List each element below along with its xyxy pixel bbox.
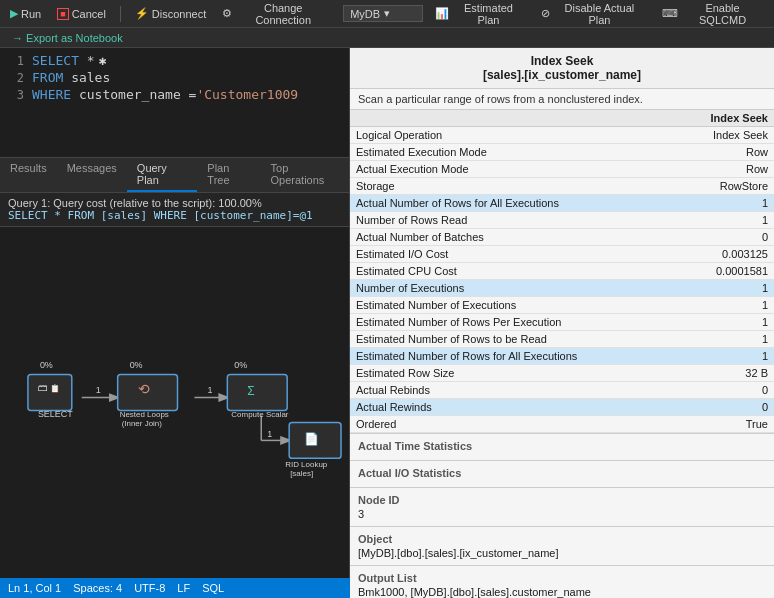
property-row: Actual Number of Batches0 (350, 229, 774, 246)
property-row: Estimated CPU Cost0.0001581 (350, 263, 774, 280)
property-section: Actual Time Statistics (350, 433, 774, 460)
run-button[interactable]: ▶ Run (6, 5, 45, 22)
encoding-label: UTF-8 (134, 582, 165, 594)
cursor-position: Ln 1, Col 1 (8, 582, 61, 594)
code-line-3: 3 WHERE customer_name = 'Customer1009 (0, 86, 349, 103)
change-connection-icon: ⚙ (222, 7, 232, 20)
svg-text:⟲: ⟲ (138, 381, 150, 397)
svg-text:SELECT: SELECT (38, 409, 73, 419)
property-section: Actual I/O Statistics (350, 460, 774, 487)
eol-label: LF (177, 582, 190, 594)
chevron-down-icon: ▾ (384, 7, 390, 20)
svg-text:Compute Scalar: Compute Scalar (231, 410, 288, 419)
svg-text:0%: 0% (130, 360, 143, 370)
svg-text:1: 1 (267, 429, 272, 439)
query-sql-line: SELECT * FROM [sales] WHERE [customer_na… (8, 209, 341, 222)
property-row: Actual Rewinds0 (350, 399, 774, 416)
property-section: Output ListBmk1000, [MyDB].[dbo].[sales]… (350, 565, 774, 598)
tab-query-plan[interactable]: Query Plan (127, 158, 198, 192)
property-row: Estimated I/O Cost0.003125 (350, 246, 774, 263)
query-info: Query 1: Query cost (relative to the scr… (0, 193, 349, 227)
estimated-plan-button[interactable]: 📊 Estimated Plan (431, 0, 529, 28)
query-cost-line: Query 1: Query cost (relative to the scr… (8, 197, 341, 209)
result-tabs: Results Messages Query Plan Plan Tree To… (0, 158, 349, 193)
cancel-button[interactable]: ■ Cancel (53, 6, 110, 22)
svg-text:1: 1 (96, 385, 101, 395)
indent-style: Spaces: 4 (73, 582, 122, 594)
db-dropdown[interactable]: MyDB ▾ (343, 5, 423, 22)
property-row: OrderedTrue (350, 416, 774, 433)
properties-table: Index Seek Logical OperationIndex SeekEs… (350, 110, 774, 433)
svg-text:Σ: Σ (247, 384, 254, 398)
property-row: Actual Number of Rows for All Executions… (350, 195, 774, 212)
svg-text:(Inner Join): (Inner Join) (122, 419, 163, 428)
property-row: Number of Rows Read1 (350, 212, 774, 229)
code-editor[interactable]: 1 SELECT * ✱ 2 FROM sales 3 WHERE custom… (0, 48, 349, 158)
svg-text:📋: 📋 (50, 383, 60, 393)
left-panel: 1 SELECT * ✱ 2 FROM sales 3 WHERE custom… (0, 48, 350, 598)
sqlcmd-icon: ⌨ (662, 7, 678, 20)
property-row: Estimated Number of Rows for All Executi… (350, 348, 774, 365)
stop-icon: ■ (57, 8, 68, 20)
code-line-1: 1 SELECT * ✱ (0, 52, 349, 69)
prop-title: Index Seek [sales].[ix_customer_name] (350, 48, 774, 89)
code-line-2: 2 FROM sales (0, 69, 349, 86)
export-toolbar: → Export as Notebook (0, 28, 774, 48)
tab-messages[interactable]: Messages (57, 158, 127, 192)
property-row: Estimated Number of Executions1 (350, 297, 774, 314)
property-section: Node ID3 (350, 487, 774, 526)
main-toolbar: ▶ Run ■ Cancel ⚡ Disconnect ⚙ Change Con… (0, 0, 774, 28)
svg-text:0%: 0% (40, 360, 53, 370)
status-bar: Ln 1, Col 1 Spaces: 4 UTF-8 LF SQL (0, 578, 350, 598)
property-row: StorageRowStore (350, 178, 774, 195)
svg-text:🗃: 🗃 (38, 382, 48, 393)
property-row: Logical OperationIndex Seek (350, 127, 774, 144)
svg-rect-19 (227, 375, 287, 411)
tab-top-operations[interactable]: Top Operations (261, 158, 349, 192)
svg-text:📄: 📄 (304, 431, 319, 446)
play-icon: ▶ (10, 7, 18, 20)
property-row: Actual Rebinds0 (350, 382, 774, 399)
svg-text:1: 1 (207, 385, 212, 395)
chart-icon: 📊 (435, 7, 449, 20)
property-row: Number of Executions1 (350, 280, 774, 297)
property-row: Estimated Number of Rows Per Execution1 (350, 314, 774, 331)
svg-text:[sales]: [sales] (290, 469, 313, 478)
language-label: SQL (202, 582, 224, 594)
svg-text:0%: 0% (234, 360, 247, 370)
main-content: 1 SELECT * ✱ 2 FROM sales 3 WHERE custom… (0, 48, 774, 598)
plan-svg: 1 1 1 0% 0% 0% 50% 🗃 📋 SELECT ⟲ (0, 227, 349, 598)
properties-panel: Index Seek [sales].[ix_customer_name] Sc… (350, 48, 774, 598)
disable-actual-plan-button[interactable]: ⊘ Disable Actual Plan (537, 0, 650, 28)
db-name-label: MyDB (350, 8, 380, 20)
property-row: Estimated Execution ModeRow (350, 144, 774, 161)
prop-description: Scan a particular range of rows from a n… (350, 89, 774, 110)
disconnect-icon: ⚡ (135, 7, 149, 20)
disconnect-button[interactable]: ⚡ Disconnect (131, 5, 210, 22)
enable-sqlcmd-button[interactable]: ⌨ Enable SQLCMD (658, 0, 768, 28)
export-notebook-button[interactable]: → Export as Notebook (8, 30, 127, 46)
query-plan-diagram: 1 1 1 0% 0% 0% 50% 🗃 📋 SELECT ⟲ (0, 227, 349, 598)
property-section: Object[MyDB].[dbo].[sales].[ix_customer_… (350, 526, 774, 565)
separator-1 (120, 6, 121, 22)
svg-text:RID Lookup: RID Lookup (285, 460, 328, 469)
tab-results[interactable]: Results (0, 158, 57, 192)
property-row: Estimated Row Size32 B (350, 365, 774, 382)
tab-plan-tree[interactable]: Plan Tree (197, 158, 260, 192)
disable-icon: ⊘ (541, 7, 550, 20)
property-row: Actual Execution ModeRow (350, 161, 774, 178)
change-connection-button[interactable]: ⚙ Change Connection (218, 0, 335, 28)
col-header: Index Seek (604, 110, 774, 127)
svg-text:Nested Loops: Nested Loops (120, 410, 169, 419)
property-row: Estimated Number of Rows to be Read1 (350, 331, 774, 348)
